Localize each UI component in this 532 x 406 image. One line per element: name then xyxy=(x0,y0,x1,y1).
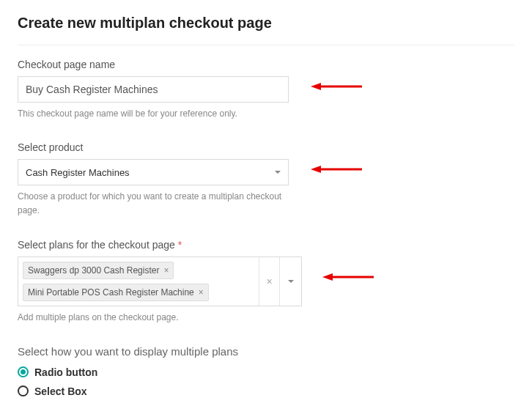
chip-area: Swaggers dp 3000 Cash Register × Mini Po… xyxy=(18,257,259,306)
select-product-helper: Choose a product for which you want to c… xyxy=(18,190,289,218)
divider xyxy=(18,45,514,45)
annotation-arrow-icon xyxy=(311,163,362,172)
annotation-arrow-icon xyxy=(311,81,362,89)
plan-chip: Swaggers dp 3000 Cash Register × xyxy=(23,262,174,279)
checkout-name-group: Checkout page name This checkout page na… xyxy=(18,59,514,121)
remove-chip-icon[interactable]: × xyxy=(199,287,204,298)
svg-marker-1 xyxy=(311,83,321,90)
plan-chip-label: Mini Portable POS Cash Register Machine xyxy=(28,287,194,298)
required-asterisk: * xyxy=(178,239,182,251)
radio-option-select-box[interactable]: Select Box xyxy=(18,385,514,397)
select-plans-multiselect[interactable]: Swaggers dp 3000 Cash Register × Mini Po… xyxy=(18,256,302,306)
checkout-name-input[interactable] xyxy=(18,76,289,103)
display-mode-radio-group: Radio button Select Box xyxy=(18,366,514,397)
chevron-down-icon xyxy=(288,280,294,283)
page-title: Create new multiplan checkout page xyxy=(18,15,514,32)
radio-option-radio-button[interactable]: Radio button xyxy=(18,366,514,378)
select-plans-helper: Add multiple plans on the checkout page. xyxy=(18,311,289,325)
radio-option-label: Radio button xyxy=(34,366,97,378)
radio-option-label: Select Box xyxy=(34,385,87,397)
select-product-dropdown[interactable]: Cash Register Machines xyxy=(18,159,289,185)
radio-icon xyxy=(18,366,29,377)
select-plans-label: Select plans for the checkout page * xyxy=(18,239,514,251)
checkout-name-helper: This checkout page name will be for your… xyxy=(18,107,289,121)
select-plans-group: Select plans for the checkout page * Swa… xyxy=(18,239,514,325)
checkout-name-label: Checkout page name xyxy=(18,59,514,70)
plan-chip: Mini Portable POS Cash Register Machine … xyxy=(23,284,209,301)
select-product-group: Select product Cash Register Machines Ch… xyxy=(18,141,514,218)
display-mode-group: Select how you want to display multiple … xyxy=(18,345,514,397)
svg-marker-3 xyxy=(311,166,321,173)
select-product-value: Cash Register Machines xyxy=(26,167,130,178)
annotation-arrow-icon xyxy=(322,271,374,280)
dropdown-toggle[interactable] xyxy=(279,257,301,306)
radio-icon xyxy=(18,385,29,396)
chevron-down-icon xyxy=(275,171,281,174)
svg-marker-5 xyxy=(322,273,333,281)
select-product-label: Select product xyxy=(18,141,514,153)
plan-chip-label: Swaggers dp 3000 Cash Register xyxy=(28,265,159,276)
remove-chip-icon[interactable]: × xyxy=(163,265,169,276)
select-plans-label-text: Select plans for the checkout page xyxy=(18,239,175,251)
clear-all-icon[interactable]: × xyxy=(259,257,279,306)
display-mode-label: Select how you want to display multiple … xyxy=(18,345,514,358)
